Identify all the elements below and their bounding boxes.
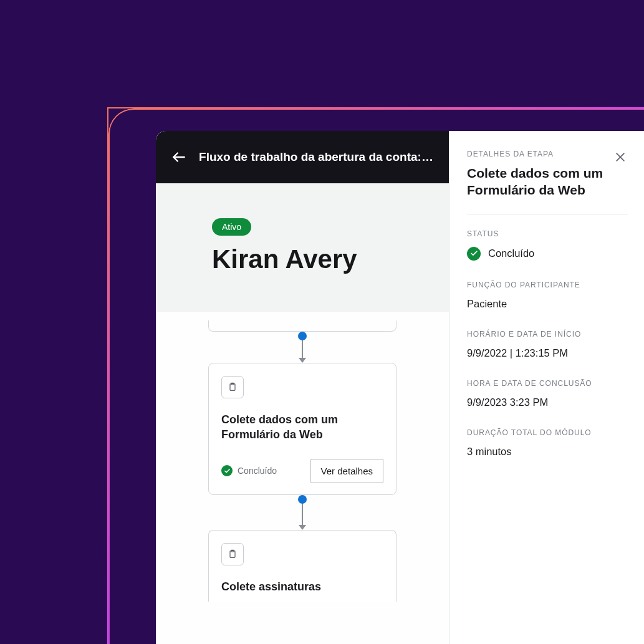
- hero: Ativo Kiran Avery: [156, 183, 449, 312]
- workflow-canvas: Colete dados com um Formulário da Web Co…: [156, 312, 449, 644]
- arrow-left-icon: [171, 149, 187, 165]
- card-icon-box: [221, 543, 244, 565]
- detail-value: 9/9/2023 3:23 PM: [467, 396, 628, 408]
- detail-value: Paciente: [467, 298, 628, 310]
- panel-title: Colete dados com um Formulário da Web: [467, 165, 604, 199]
- card-icon-box: [221, 376, 244, 398]
- back-button[interactable]: [170, 148, 188, 166]
- detail-label: HORÁRIO E DATA DE INÍCIO: [467, 330, 628, 339]
- detail-end-time: HORA E DATA DE CONCLUSÃO 9/9/2023 3:23 P…: [467, 379, 628, 408]
- detail-value: 3 minutos: [467, 446, 628, 458]
- detail-participant-role: FUNÇÃO DO PARTICIPANTE Paciente: [467, 281, 628, 310]
- flow-connector: [156, 332, 449, 363]
- arrow-down-icon: [299, 358, 306, 363]
- detail-status: STATUS Concluído: [467, 229, 628, 261]
- app-window: Fluxo de trabalho da abertura da conta: …: [156, 131, 644, 644]
- detail-duration: DURAÇÃO TOTAL DO MÓDULO 3 minutos: [467, 428, 628, 458]
- panel-header: DETALHES DA ETAPA Colete dados com um Fo…: [467, 150, 628, 214]
- check-circle-icon: [221, 465, 233, 476]
- status-value-text: Concluído: [488, 248, 534, 259]
- status-pill: Ativo: [212, 218, 251, 236]
- detail-label: STATUS: [467, 229, 628, 238]
- clipboard-icon: [228, 549, 238, 560]
- detail-start-time: HORÁRIO E DATA DE INÍCIO 9/9/2022 | 1:23…: [467, 330, 628, 359]
- clipboard-icon: [228, 382, 238, 393]
- details-side-panel: DETALHES DA ETAPA Colete dados com um Fo…: [449, 131, 644, 644]
- step-title: Colete assinaturas: [221, 579, 383, 594]
- detail-label: DURAÇÃO TOTAL DO MÓDULO: [467, 428, 628, 437]
- detail-value: Concluído: [467, 247, 628, 261]
- close-button[interactable]: [612, 148, 629, 166]
- detail-label: FUNÇÃO DO PARTICIPANTE: [467, 281, 628, 289]
- detail-value: 9/9/2022 | 1:23:15 PM: [467, 347, 628, 359]
- connector-line: [302, 340, 303, 358]
- connector-dot: [298, 495, 307, 504]
- detail-label: HORA E DATA DE CONCLUSÃO: [467, 379, 628, 388]
- status-badge: Concluído: [221, 465, 277, 476]
- connector-line: [302, 504, 303, 525]
- workflow-step-card[interactable]: Colete dados com um Formulário da Web Co…: [208, 363, 396, 495]
- card-footer: Concluído Ver detalhes: [221, 459, 383, 483]
- check-circle-icon: [467, 247, 481, 261]
- person-name: Kiran Avery: [212, 244, 435, 274]
- arrow-down-icon: [299, 525, 306, 530]
- connector-dot: [298, 332, 307, 340]
- header-bar: Fluxo de trabalho da abertura da conta: …: [156, 131, 449, 183]
- flow-connector: [156, 495, 449, 530]
- header-title: Fluxo de trabalho da abertura da conta: …: [199, 150, 435, 164]
- panel-eyebrow: DETALHES DA ETAPA: [467, 150, 628, 158]
- workflow-step-card[interactable]: Colete assinaturas: [208, 530, 396, 602]
- step-title: Colete dados com um Formulário da Web: [221, 412, 383, 443]
- status-text: Concluído: [238, 466, 277, 476]
- main-column: Fluxo de trabalho da abertura da conta: …: [156, 131, 449, 644]
- previous-card-edge: [208, 320, 396, 332]
- close-icon: [614, 151, 627, 163]
- view-details-button[interactable]: Ver detalhes: [310, 459, 383, 483]
